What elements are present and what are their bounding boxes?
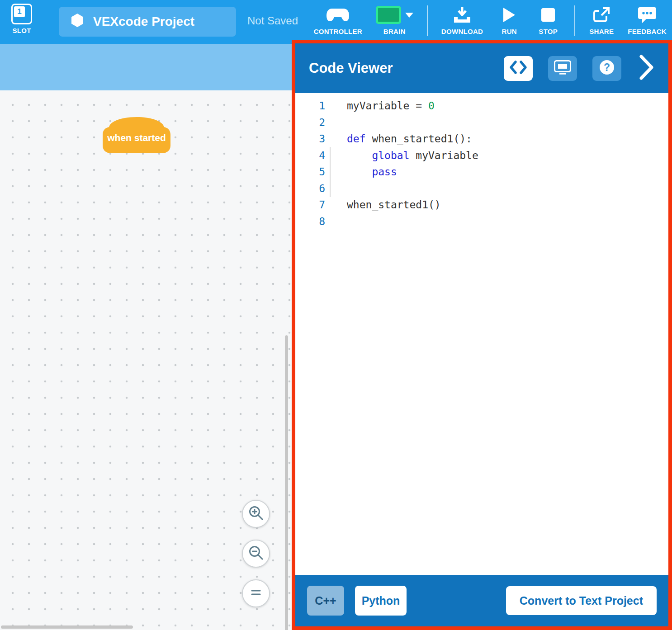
download-icon (453, 5, 472, 24)
collapse-panel-button[interactable] (639, 54, 655, 82)
feedback-label: FEEDBACK (628, 28, 667, 35)
when-started-block[interactable]: when started (99, 116, 174, 155)
code-text (325, 180, 347, 197)
brain-device-icon (554, 60, 571, 76)
slot-button[interactable]: 1 SLOT (6, 4, 37, 34)
code-viewer-title: Code Viewer (309, 60, 393, 76)
zoom-reset-button[interactable] (242, 579, 270, 607)
line-number: 6 (295, 180, 325, 197)
palette-strip (0, 44, 292, 90)
code-line: 3def when_started1(): (295, 131, 668, 147)
stop-button[interactable]: STOP (535, 5, 561, 35)
code-line: 5 pass (295, 164, 668, 180)
slot-number: 1 (14, 6, 25, 17)
top-toolbar: 1 SLOT VEXcode Project Not Saved CONTROL… (0, 0, 672, 44)
code-text: when_started1() (325, 197, 441, 213)
line-number: 7 (295, 197, 325, 213)
code-text (325, 213, 347, 230)
share-icon (593, 5, 610, 24)
python-tab[interactable]: Python (355, 586, 407, 616)
line-number: 4 (295, 147, 325, 164)
code-line: 1myVariable = 0 (295, 98, 668, 114)
hexagon-icon (71, 13, 84, 31)
code-line: 2 (295, 114, 668, 131)
code-viewer-footer: C++ Python Convert to Text Project (295, 575, 668, 626)
slot-label: SLOT (12, 27, 31, 34)
code-toggle-button[interactable] (504, 56, 533, 81)
share-button[interactable]: SHARE (589, 5, 614, 35)
run-label: RUN (502, 28, 517, 35)
project-title-chip[interactable]: VEXcode Project (59, 7, 236, 37)
block-label: when started (99, 132, 174, 143)
convert-to-text-project-button[interactable]: Convert to Text Project (506, 586, 657, 615)
code-line: 7when_started1() (295, 197, 668, 213)
horizontal-scrollbar[interactable] (1, 625, 133, 629)
feedback-button[interactable]: FEEDBACK (628, 5, 667, 35)
brain-label: BRAIN (383, 28, 406, 35)
share-label: SHARE (589, 28, 614, 35)
feedback-icon (638, 5, 657, 24)
controller-label: CONTROLLER (314, 28, 362, 35)
code-text: pass (325, 164, 397, 180)
stop-label: STOP (539, 28, 558, 35)
device-info-button[interactable] (548, 56, 577, 81)
chevron-right-icon (639, 54, 655, 82)
toolbar-divider (574, 5, 575, 36)
run-icon (502, 5, 516, 24)
line-number: 8 (295, 213, 325, 230)
code-viewer-header: Code Viewer (295, 43, 668, 93)
code-text: def when_started1(): (325, 131, 472, 147)
line-number: 1 (295, 98, 325, 114)
zoom-out-button[interactable] (242, 540, 270, 568)
controller-button[interactable]: CONTROLLER (314, 5, 362, 35)
chevron-down-icon (405, 13, 413, 18)
zoom-out-icon (248, 545, 264, 563)
code-text: myVariable = 0 (325, 98, 435, 114)
brain-button[interactable]: BRAIN (376, 5, 413, 35)
line-number: 3 (295, 131, 325, 147)
code-lines: 1myVariable = 023def when_started1():4 g… (295, 93, 668, 575)
toolbar-divider (427, 5, 428, 36)
question-mark-icon: ? (598, 59, 615, 78)
code-viewer-toolbar: ? (504, 54, 655, 82)
code-viewer-panel: Code Viewer (292, 40, 672, 630)
toolbar-actions: CONTROLLER BRAIN DOWNLOAD (314, 5, 667, 36)
zoom-in-icon (248, 505, 264, 523)
zoom-in-button[interactable] (242, 500, 270, 528)
block-workspace: when started (0, 44, 292, 630)
save-status: Not Saved (247, 14, 298, 27)
svg-text:?: ? (604, 61, 610, 73)
code-brackets-icon (509, 60, 527, 76)
project-title: VEXcode Project (93, 14, 194, 29)
vertical-scrollbar[interactable] (285, 335, 288, 630)
code-text: global myVariable (325, 147, 478, 164)
zoom-reset-icon (248, 584, 264, 602)
run-button[interactable]: RUN (497, 5, 522, 35)
download-label: DOWNLOAD (441, 28, 483, 35)
cpp-tab[interactable]: C++ (307, 586, 344, 616)
download-button[interactable]: DOWNLOAD (441, 5, 483, 35)
line-number: 5 (295, 164, 325, 180)
code-line: 8 (295, 213, 668, 230)
code-line: 4 global myVariable (295, 147, 668, 164)
code-text (325, 114, 347, 131)
stop-icon (541, 5, 555, 24)
workspace-canvas[interactable]: when started (0, 90, 292, 630)
line-number: 2 (295, 114, 325, 131)
brain-icon (376, 5, 413, 24)
help-button[interactable]: ? (592, 56, 621, 81)
code-line: 6 (295, 180, 668, 197)
controller-icon (326, 5, 350, 24)
slot-icon: 1 (11, 4, 32, 24)
